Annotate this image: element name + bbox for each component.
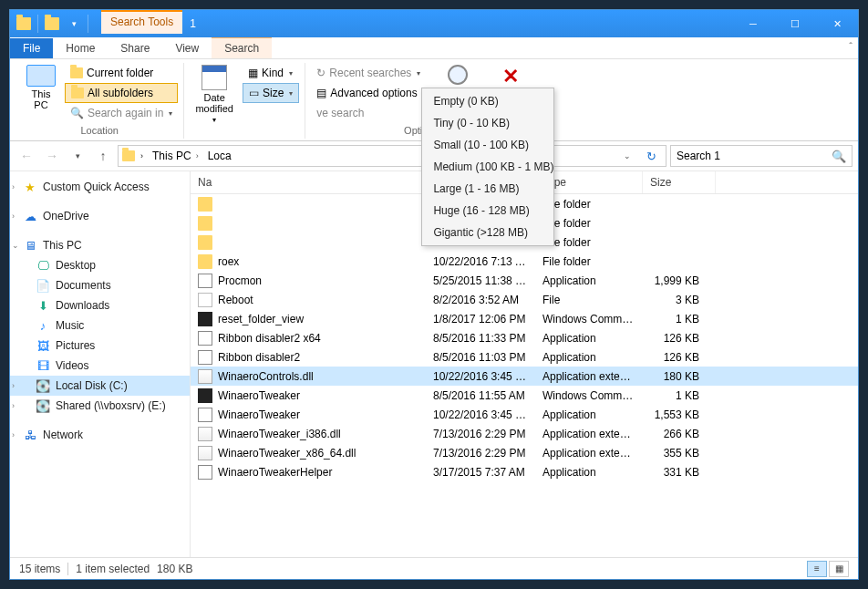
close-button[interactable]: ✕ — [816, 10, 858, 37]
file-size: 126 KB — [643, 351, 716, 364]
network-icon: 🖧 — [23, 428, 37, 442]
file-row[interactable]: WinaeroTweaker10/22/2016 3:45 PMApplicat… — [191, 405, 858, 424]
file-name: WinaeroTweakerHelper — [218, 466, 332, 479]
nav-music[interactable]: ♪Music — [10, 315, 190, 336]
collapse-ribbon-icon[interactable]: ˆ — [849, 41, 852, 52]
file-row[interactable]: roex10/22/2016 7:13 AMFile folder — [191, 252, 858, 271]
size-option[interactable]: Tiny (0 - 10 KB) — [422, 112, 553, 134]
breadcrumb-seg-this-pc[interactable]: This PC› — [149, 150, 202, 162]
nav-videos[interactable]: 🎞Videos — [10, 356, 190, 376]
qat-icon[interactable] — [14, 14, 34, 34]
context-tab-search-tools[interactable]: Search Tools — [101, 10, 182, 34]
file-size: 331 KB — [643, 466, 716, 479]
file-row[interactable]: WinaeroControls.dll10/22/2016 3:45 PMApp… — [191, 367, 858, 386]
size-option[interactable]: Huge (16 - 128 MB) — [422, 200, 553, 222]
view-details-button[interactable]: ≡ — [807, 561, 827, 577]
size-option[interactable]: Small (10 - 100 KB) — [422, 134, 553, 156]
file-date: 8/5/2016 11:55 AM — [426, 389, 535, 402]
window-title: 1 — [190, 17, 196, 30]
file-date: 8/5/2016 11:03 PM — [426, 351, 535, 364]
all-subfolders-button[interactable]: All subfolders — [65, 83, 178, 103]
file-name: WinaeroTweaker — [218, 408, 300, 421]
col-name[interactable]: Na — [191, 171, 426, 193]
file-row[interactable]: Reboot8/2/2016 3:52 AMFile3 KB — [191, 290, 858, 309]
file-row[interactable]: WinaeroTweaker8/5/2016 11:55 AMWindows C… — [191, 386, 858, 405]
tab-view[interactable]: View — [162, 38, 212, 58]
file-row[interactable]: Ribbon disabler2 x648/5/2016 11:33 PMApp… — [191, 328, 858, 347]
search-box[interactable]: Search 1 🔍 — [670, 145, 852, 167]
file-row[interactable]: Procmon5/25/2015 11:38 PMApplication1,99… — [191, 271, 858, 290]
kind-button[interactable]: ▦Kind▾ — [243, 63, 299, 83]
col-size[interactable]: Size — [643, 171, 716, 193]
view-thumbnails-button[interactable]: ▦ — [829, 561, 849, 577]
navigation-pane: ›★Custom Quick Access ›☁OneDrive ⌄🖥This … — [10, 171, 191, 557]
file-row[interactable]: WinaeroTweaker_x86_64.dll7/13/2016 2:29 … — [191, 443, 858, 462]
file-row[interactable]: WinaeroTweaker_i386.dll7/13/2016 2:29 PM… — [191, 424, 858, 443]
status-sel-size: 180 KB — [157, 563, 192, 575]
size-option[interactable]: Medium (100 KB - 1 MB) — [422, 156, 553, 178]
nav-this-pc[interactable]: ⌄🖥This PC — [10, 235, 190, 255]
search-icon[interactable]: 🔍 — [832, 150, 846, 163]
file-row[interactable]: WinaeroTweakerHelper3/17/2015 7:37 AMApp… — [191, 462, 858, 481]
nav-shared[interactable]: ›💽Shared (\\vboxsrv) (E:) — [10, 396, 190, 416]
desktop-icon: 🖵 — [36, 258, 50, 273]
tab-file[interactable]: File — [10, 38, 53, 58]
tab-home[interactable]: Home — [53, 38, 108, 58]
qat-dropdown[interactable]: ▾ — [64, 14, 84, 34]
file-icon — [198, 274, 212, 288]
ribbon: This PC Current folder All subfolders 🔍S… — [10, 59, 858, 141]
breadcrumb[interactable]: › This PC› Loca ⌄ ↻ — [118, 145, 666, 167]
status-bar: 15 items 1 item selected 180 KB ≡ ▦ — [10, 557, 858, 579]
nav-downloads[interactable]: ⬇Downloads — [10, 295, 190, 315]
file-date: 8/2/2016 3:52 AM — [426, 294, 535, 306]
recent-searches-button[interactable]: ↻Recent searches▾ — [311, 63, 431, 83]
tab-search[interactable]: Search — [212, 37, 272, 58]
nav-desktop[interactable]: 🖵Desktop — [10, 255, 190, 275]
size-option[interactable]: Large (1 - 16 MB) — [422, 178, 553, 200]
size-option[interactable]: Empty (0 KB) — [422, 90, 553, 112]
nav-onedrive[interactable]: ›☁OneDrive — [10, 206, 190, 226]
minimize-button[interactable]: ─ — [732, 10, 774, 37]
file-type: Application — [535, 408, 643, 421]
qat-new-folder[interactable] — [42, 14, 62, 34]
this-pc-button[interactable]: This PC — [21, 63, 61, 112]
nav-recent-button[interactable]: ▾ — [67, 145, 88, 167]
save-search-button[interactable]: ve search — [311, 103, 431, 123]
file-type: Windows Comma... — [535, 313, 643, 326]
search-again-button[interactable]: 🔍Search again in▾ — [65, 103, 178, 123]
current-folder-button[interactable]: Current folder — [65, 63, 178, 83]
nav-pictures[interactable]: 🖼Pictures — [10, 336, 190, 356]
file-name: Procmon — [218, 274, 262, 287]
downloads-icon: ⬇ — [36, 298, 50, 313]
breadcrumb-seg-local[interactable]: Loca — [204, 150, 235, 162]
nav-forward-button[interactable]: → — [41, 145, 63, 167]
size-button[interactable]: ▭Size▾ — [243, 83, 299, 103]
nav-back-button[interactable]: ← — [16, 145, 37, 167]
nav-network[interactable]: ›🖧Network — [10, 425, 190, 445]
size-option[interactable]: Gigantic (>128 MB) — [422, 222, 553, 243]
breadcrumb-dropdown[interactable]: ⌄ — [616, 145, 638, 167]
other-properties-button[interactable] — [243, 103, 299, 123]
maximize-button[interactable]: ☐ — [774, 10, 816, 37]
file-row[interactable]: reset_folder_view1/8/2017 12:06 PMWindow… — [191, 309, 858, 328]
group-location-label: Location — [80, 125, 119, 136]
nav-documents[interactable]: 📄Documents — [10, 275, 190, 295]
file-type: File — [535, 294, 643, 306]
nav-local-disk[interactable]: ›💽Local Disk (C:) — [10, 376, 190, 396]
file-name: WinaeroTweaker_i386.dll — [218, 428, 341, 440]
file-date: 5/25/2015 11:38 PM — [426, 274, 535, 287]
nav-quick-access[interactable]: ›★Custom Quick Access — [10, 177, 190, 197]
tab-share[interactable]: Share — [108, 38, 162, 58]
file-type: Application — [535, 351, 643, 364]
advanced-options-button[interactable]: ▤Advanced options▾ — [311, 83, 431, 103]
file-icon — [198, 312, 212, 326]
file-icon — [198, 197, 212, 212]
file-date: 8/5/2016 11:33 PM — [426, 332, 535, 345]
file-type: Application extens... — [535, 370, 643, 383]
file-row[interactable]: Ribbon disabler28/5/2016 11:03 PMApplica… — [191, 347, 858, 367]
nav-up-button[interactable]: ↑ — [92, 145, 114, 167]
date-modified-button[interactable]: Date modified ▾ — [190, 63, 239, 126]
file-name: Reboot — [218, 294, 253, 306]
refresh-button[interactable]: ↻ — [640, 150, 662, 163]
file-type: File folder — [535, 255, 643, 268]
